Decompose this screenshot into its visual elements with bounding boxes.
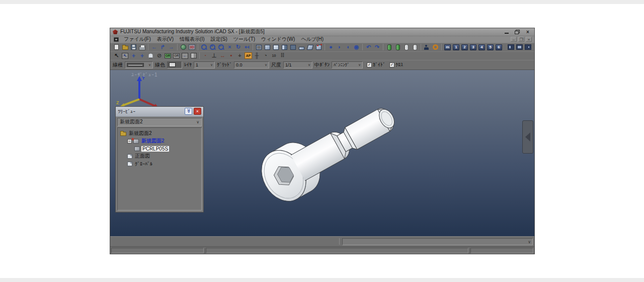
linecolor-combobox[interactable]	[167, 61, 182, 68]
guide-checkbox[interactable]	[367, 62, 372, 67]
drawing-select-combobox[interactable]: 新規図面2 ∨	[117, 118, 202, 126]
tree-collapse-button[interactable]: ≪	[185, 108, 192, 115]
display-shaded[interactable]	[263, 43, 272, 51]
print[interactable]	[138, 43, 146, 51]
command-combobox[interactable]: ∨	[342, 238, 533, 245]
minimize-button[interactable]	[503, 29, 511, 35]
select-arrow[interactable]: ↖	[112, 52, 121, 59]
display-wireframe[interactable]	[255, 43, 263, 51]
undo[interactable]: ↶	[364, 43, 373, 51]
part-active-2[interactable]	[393, 43, 402, 51]
menu-item-4[interactable]: ツール(T)	[230, 36, 258, 43]
polygon-tool[interactable]	[146, 52, 155, 59]
scale-combobox[interactable]: 1/1∨	[283, 61, 312, 68]
grid-combobox[interactable]: 0.0∨	[234, 61, 269, 68]
user-environment[interactable]	[423, 43, 431, 51]
cross-checkbox[interactable]	[389, 62, 394, 67]
save-file[interactable]	[129, 43, 138, 51]
display-half[interactable]	[280, 43, 289, 51]
zoom-out[interactable]: −	[217, 43, 225, 51]
view-forward[interactable]: →	[167, 43, 176, 51]
view-5[interactable]: 5	[486, 43, 495, 51]
mdi-restore-button[interactable]: ❐	[518, 37, 524, 42]
zoom-in[interactable]: +	[208, 43, 217, 51]
menu-item-5[interactable]: ウィンドウ(W)	[258, 36, 298, 43]
restore-button[interactable]	[513, 29, 521, 35]
zoom-window[interactable]	[200, 43, 208, 51]
mdi-close-button[interactable]: ×	[526, 37, 532, 42]
open-file[interactable]	[121, 43, 129, 51]
solid-blend[interactable]: ◉	[352, 43, 361, 51]
menu-item-2[interactable]: 情報表示(I)	[177, 36, 207, 43]
view-4[interactable]: 4	[477, 43, 486, 51]
display-slant[interactable]	[306, 43, 314, 51]
solid-primitive[interactable]: ●	[327, 43, 335, 51]
mdi-document-icon[interactable]	[114, 37, 119, 42]
display-flat[interactable]	[297, 43, 306, 51]
view-3[interactable]: 3	[469, 43, 477, 51]
view-6[interactable]: 6	[495, 43, 503, 51]
redo[interactable]: ↷	[373, 43, 381, 51]
mdi-minimize-button[interactable]: –	[511, 37, 517, 42]
tree-node-2[interactable]: PCRLP05S	[119, 145, 200, 153]
3d-viewport[interactable]: ﾕｰｻﾞﾋﾞｭｰ1 Y X Z	[110, 70, 534, 236]
menu-item-1[interactable]: 表示(V)	[154, 36, 177, 43]
zoom-fit[interactable]: ×	[225, 43, 234, 51]
move-element[interactable]: +	[129, 52, 138, 59]
snap-on-line[interactable]: ↔	[218, 52, 227, 59]
snap-intersection[interactable]: +	[235, 52, 244, 59]
window-layout-full[interactable]	[515, 43, 524, 51]
box-input[interactable]: ←	[181, 52, 189, 59]
window-layout-right[interactable]	[524, 43, 532, 51]
snap-arc-center[interactable]: ◔	[261, 52, 270, 59]
view-rotate[interactable]: ↻	[234, 43, 243, 51]
tree-close-button[interactable]: ×	[194, 108, 201, 115]
window-layout-left[interactable]	[507, 43, 515, 51]
expander-minus-icon[interactable]: −	[127, 139, 132, 144]
tree-node-4[interactable]: ｸﾞﾛｰﾊﾞﾙ	[119, 160, 200, 168]
solid-chamfer[interactable]: ◖	[344, 43, 352, 51]
part-inactive-1[interactable]	[402, 43, 411, 51]
tree-node-3[interactable]: 正面図	[119, 153, 200, 160]
view-2[interactable]: 2	[460, 43, 469, 51]
new-file[interactable]	[112, 43, 121, 51]
tree-panel-header[interactable]: ﾂﾘｰﾋﾞｭｰ ≪ ×	[116, 107, 203, 117]
group-gr-off[interactable]: GR	[172, 52, 181, 59]
middle-button-combobox[interactable]: ﾊﾟﾝﾆﾝｸﾞ∨	[332, 61, 363, 68]
snap-free-points[interactable]: ⠿	[278, 52, 287, 59]
part-active-1[interactable]	[385, 43, 393, 51]
display-hidden-line[interactable]	[272, 43, 280, 51]
snap-midpoint[interactable]: •	[227, 52, 235, 59]
snap-grid[interactable]: ╫	[253, 52, 261, 59]
select-region[interactable]: ↖	[121, 52, 129, 59]
world-view[interactable]	[179, 43, 188, 51]
torus-tool[interactable]	[431, 43, 440, 51]
group-gr-on[interactable]: GR	[164, 52, 172, 59]
view-m[interactable]: m	[443, 43, 452, 51]
attach-tool[interactable]: ⊘	[155, 52, 164, 59]
solid-fillet[interactable]: ◗	[335, 43, 344, 51]
2d3d-toggle[interactable]: 3D	[188, 43, 196, 51]
view-1[interactable]: 1	[452, 43, 460, 51]
snap-endpoint[interactable]: ⊥	[210, 52, 218, 59]
close-button[interactable]: ×	[524, 29, 532, 35]
view-branch[interactable]: ↱	[158, 43, 167, 51]
menu-item-6[interactable]: ヘルプ(H)	[298, 36, 327, 43]
3d-model-shoulder-screw[interactable]	[246, 103, 397, 221]
view-back[interactable]: ←	[150, 43, 158, 51]
tree-node-1[interactable]: −新規図面2	[119, 137, 200, 145]
snap-free[interactable]: ·	[201, 52, 210, 59]
tree-node-0[interactable]: 新規図面2	[119, 130, 200, 137]
split-view[interactable]	[189, 52, 198, 59]
move-copy[interactable]: +	[138, 52, 146, 59]
layer-combobox[interactable]: 1∨	[194, 61, 215, 68]
view-pan[interactable]: ↤	[243, 43, 251, 51]
menu-item-0[interactable]: ファイル(F)	[121, 36, 154, 43]
display-section[interactable]	[289, 43, 297, 51]
part-inactive-2[interactable]	[411, 43, 419, 51]
snap-pitch[interactable]: 10	[270, 52, 278, 59]
display-points[interactable]	[314, 43, 323, 51]
snap-ap-mode[interactable]: AP	[244, 52, 253, 59]
menu-item-3[interactable]: 設定(S)	[208, 36, 230, 43]
linetype-combobox[interactable]: ∨	[125, 61, 153, 68]
